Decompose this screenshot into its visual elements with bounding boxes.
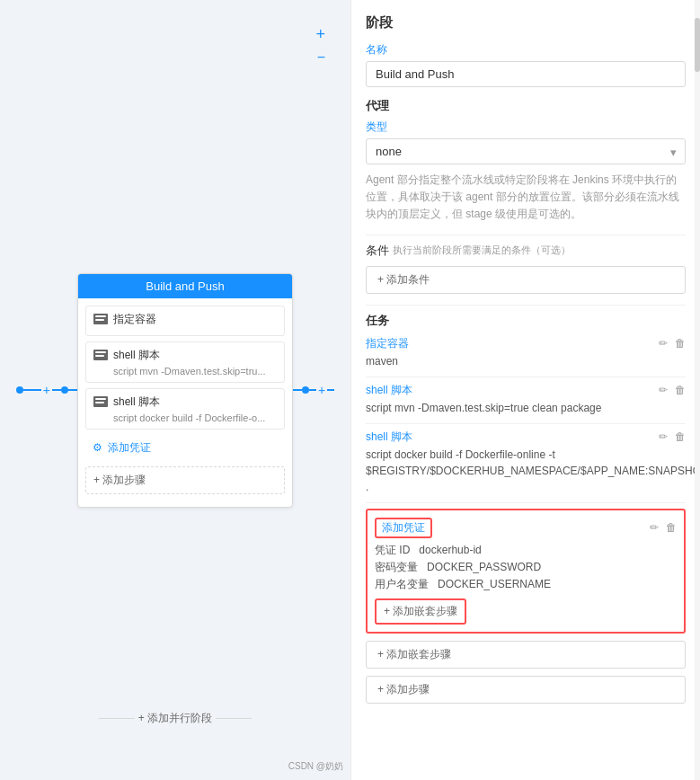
credential-name-label: 添加凭证 [375, 518, 432, 538]
cert-id-value: dockerhub-id [419, 544, 481, 556]
credential-fields: 凭证 ID dockerhub-id 密码变量 DOCKER_PASSWORD … [375, 542, 677, 594]
stage-card: Build and Push 指定容器 shell 脚本 [77, 273, 293, 508]
cert-id-label: 凭证 ID [375, 544, 410, 556]
pipeline-canvas: + − + Build and Push [0, 0, 350, 780]
add-condition-button[interactable]: + 添加条件 [366, 266, 686, 294]
right-line3 [327, 389, 334, 391]
add-nested-steps-outer-button[interactable]: + 添加嵌套步骤 [366, 641, 686, 669]
edit-credential-icon[interactable]: ✏ [650, 521, 659, 534]
add-parallel-label: + 添加并行阶段 [138, 711, 212, 726]
task-divider-1 [366, 377, 686, 377]
panel-section-title: 阶段 [366, 14, 686, 31]
add-steps-label: + 添加步骤 [377, 682, 430, 697]
add-condition-label: + 添加条件 [377, 272, 430, 288]
username-var-label: 用户名变量 [375, 578, 429, 590]
edit-shell1-icon[interactable]: ✏ [659, 384, 668, 396]
task-name-shell2: shell 脚本 [113, 394, 160, 410]
agent-section-title: 代理 [366, 98, 686, 114]
delete-shell1-icon[interactable]: 🗑 [675, 384, 686, 396]
task-script-shell1: script mvn -Dmaven.test.skip=tru... [113, 366, 277, 377]
task-entry-container: 指定容器 ✏ 🗑 maven [366, 336, 686, 369]
shell-icon-2 [93, 396, 108, 407]
task-entry-name-container: 指定容器 [366, 336, 409, 351]
container-icon [93, 314, 108, 324]
type-select[interactable]: none any label node [366, 138, 686, 164]
connector-line2 [52, 389, 61, 391]
add-credential-button[interactable]: ⚙ 添加凭证 [85, 435, 285, 461]
conditions-subtext: 执行当前阶段所需要满足的条件（可选） [393, 244, 571, 257]
tasks-section-title: 任务 [366, 313, 686, 329]
delete-shell2-icon[interactable]: 🗑 [675, 430, 686, 443]
delete-credential-icon[interactable]: 🗑 [666, 521, 677, 534]
add-credential-label: 添加凭证 [108, 440, 151, 456]
task-script-shell2: script docker build -f Dockerfile-o... [113, 412, 277, 423]
add-step-label: + 添加步骤 [93, 473, 146, 488]
add-nested-step-button[interactable]: + 添加嵌套步骤 [375, 598, 466, 625]
task-entry-shell1: shell 脚本 ✏ 🗑 script mvn -Dmaven.test.ski… [366, 383, 686, 416]
connector-dot-mid [61, 386, 68, 394]
delete-container-icon[interactable]: 🗑 [675, 337, 686, 350]
name-input[interactable] [366, 61, 686, 87]
stage-title: Build and Push [78, 274, 292, 298]
task-item-shell2[interactable]: shell 脚本 script docker build -f Dockerfi… [85, 388, 285, 430]
password-var-value: DOCKER_PASSWORD [427, 561, 541, 573]
scrollbar-track[interactable] [695, 0, 700, 780]
name-field-label: 名称 [366, 42, 686, 58]
type-field-label: 类型 [366, 120, 686, 135]
task-divider-2 [366, 423, 686, 424]
add-nested-step-label: + 添加嵌套步骤 [384, 604, 457, 619]
right-dot [302, 386, 309, 394]
task-entry-value-container: maven [366, 353, 686, 369]
add-step-button[interactable]: + 添加步骤 [85, 466, 285, 494]
connector-line [23, 389, 41, 391]
divider-1 [366, 235, 686, 235]
task-entry-value-shell2: script docker build -f Dockerfile-online… [366, 447, 686, 495]
task-name-shell1: shell 脚本 [113, 348, 160, 363]
credential-icon: ⚙ [93, 441, 102, 454]
agent-description: Agent 部分指定整个流水线或特定阶段将在 Jenkins 环境中执行的位置，… [366, 172, 686, 224]
add-nested-steps-label: + 添加嵌套步骤 [377, 647, 451, 662]
task-item-shell1[interactable]: shell 脚本 script mvn -Dmaven.test.skip=tr… [85, 341, 285, 383]
connector-plus-right[interactable]: + [316, 383, 327, 397]
scrollbar-thumb[interactable] [695, 18, 700, 72]
edit-shell2-icon[interactable]: ✏ [659, 430, 668, 443]
conditions-title: 条件 [366, 243, 389, 259]
properties-panel: 阶段 名称 代理 类型 none any label node ▾ Agent … [350, 0, 700, 780]
task-entry-name-shell2: shell 脚本 [366, 430, 412, 445]
conditions-header: 条件 执行当前阶段所需要满足的条件（可选） [366, 243, 686, 259]
parallel-line-left [99, 718, 135, 719]
connector-dot-left [16, 386, 23, 394]
username-var-value: DOCKER_USERNAME [438, 578, 551, 590]
password-var-label: 密码变量 [375, 561, 418, 573]
connector-line3 [68, 389, 77, 391]
credential-section: 添加凭证 ✏ 🗑 凭证 ID dockerhub-id 密码变量 DOCKER_… [366, 509, 686, 634]
divider-2 [366, 305, 686, 306]
task-divider-3 [366, 502, 686, 503]
left-connector: + [16, 383, 77, 397]
task-entry-shell2: shell 脚本 ✏ 🗑 script docker build -f Dock… [366, 430, 686, 495]
add-parallel-stage-button[interactable]: + 添加并行阶段 [99, 711, 252, 726]
parallel-line-right [216, 718, 252, 719]
right-connector: + [293, 383, 334, 397]
shell-icon-1 [93, 350, 108, 360]
watermark: CSDN @奶奶 [288, 760, 343, 773]
right-line1 [293, 389, 302, 391]
right-line2 [309, 389, 316, 391]
edit-container-icon[interactable]: ✏ [659, 337, 668, 350]
task-entry-name-shell1: shell 脚本 [366, 383, 412, 398]
task-item-container[interactable]: 指定容器 [85, 306, 285, 336]
task-name-container: 指定容器 [113, 312, 156, 327]
add-steps-outer-button[interactable]: + 添加步骤 [366, 676, 686, 704]
connector-plus-left[interactable]: + [41, 383, 52, 397]
task-entry-value-shell1: script mvn -Dmaven.test.skip=true clean … [366, 400, 686, 416]
